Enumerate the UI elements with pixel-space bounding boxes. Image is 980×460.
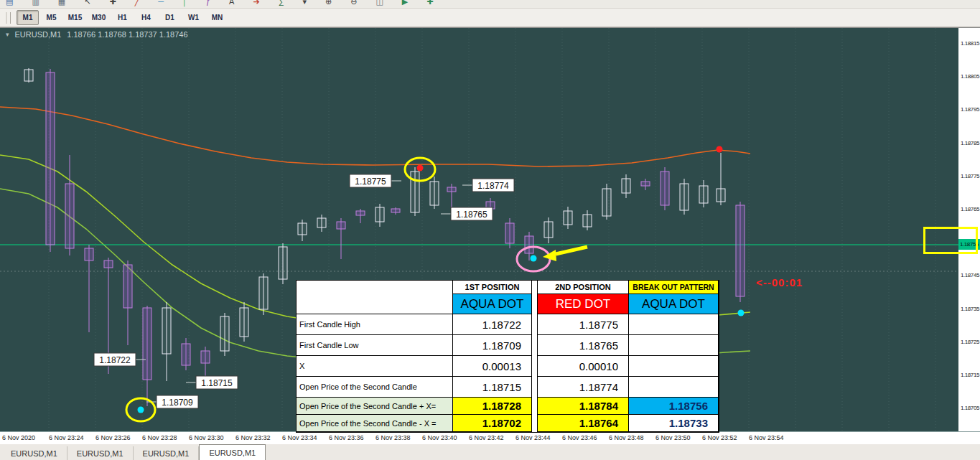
table-cell: 2ND POSITION [538, 281, 629, 294]
chart-tab[interactable]: EURUSD,M1 [67, 446, 134, 460]
text-label-icon[interactable]: A [229, 0, 234, 7]
time-axis-label: 6 Nov 23:26 [95, 434, 131, 441]
timeframes-dropdown-icon[interactable]: ▾ [302, 0, 307, 7]
time-axis-label: 6 Nov 23:50 [655, 434, 691, 441]
price-callout-label: 1.18715 [201, 378, 233, 388]
cursor-icon[interactable]: ↖ [84, 0, 90, 7]
price-axis-label: 1.18805 [961, 73, 979, 80]
chart-ohlc-values: 1.18766 1.18768 1.18737 1.18746 [67, 30, 187, 39]
timeframe-button-mn[interactable]: MN [206, 10, 228, 25]
time-axis-label: 6 Nov 23:40 [422, 434, 457, 441]
chart-dropdown-icon[interactable]: ▾ [6, 31, 9, 38]
timeframe-button-h1[interactable]: H1 [111, 10, 134, 25]
table-cell [629, 314, 719, 335]
chart-ohlc-header: ▾ EURUSD,M1 1.18766 1.18768 1.18737 1.18… [6, 30, 188, 39]
table-cell: First Candle Low [297, 335, 453, 356]
table-cell: X [297, 356, 453, 377]
timeframe-button-m15[interactable]: M15 [64, 10, 86, 25]
profiles-icon[interactable]: ▦ [58, 0, 65, 7]
breakout-highlight-box [923, 227, 978, 254]
tile-windows-icon[interactable]: ◫ [375, 0, 383, 7]
chart-tab[interactable]: EURUSD,M1 [1, 446, 67, 460]
time-axis-label: 6 Nov 23:30 [189, 434, 224, 441]
price-callout-label: 1.18775 [355, 177, 386, 187]
arrow-object-icon[interactable]: ➔ [253, 0, 259, 7]
countdown-annotation: <--00:01 [756, 276, 803, 288]
time-axis-label: 6 Nov 23:36 [329, 434, 364, 441]
table-cell: 0.00010 [538, 356, 629, 377]
price-axis-label: 1.18715 [961, 372, 979, 378]
vertical-line-icon[interactable]: │ [182, 0, 187, 7]
time-axis[interactable]: 6 Nov 20206 Nov 23:246 Nov 23:266 Nov 23… [0, 431, 980, 444]
table-cell: 1.18702 [453, 415, 532, 432]
price-axis-label: 1.18745 [961, 272, 979, 278]
table-cell: 0.00013 [453, 356, 532, 377]
price-axis-label: 1.18795 [961, 106, 979, 113]
fibonacci-icon[interactable]: ƒ [206, 0, 210, 7]
timeframe-button-h4[interactable]: H4 [135, 10, 157, 25]
price-callout-label: 1.18765 [456, 210, 487, 220]
chart-window-icon[interactable]: ▥ [32, 0, 39, 7]
table-cell: Open Price of the Second Candle - X = [297, 415, 453, 432]
table-cell: BREAK OUT PATTERN [629, 281, 719, 294]
table-cell: 1ST POSITION [453, 281, 532, 294]
new-order-icon[interactable]: ▤ [6, 0, 13, 7]
time-axis-label: 6 Nov 23:54 [749, 434, 784, 441]
price-axis-label: 1.18735 [961, 306, 979, 312]
time-axis-label: 6 Nov 23:44 [515, 434, 551, 441]
time-axis-label: 6 Nov 23:48 [609, 434, 644, 441]
price-axis-label: 1.18765 [961, 206, 979, 212]
timeframe-button-m30[interactable]: M30 [88, 10, 110, 25]
table-cell: RED DOT [538, 294, 629, 314]
time-axis-label: 6 Nov 23:24 [49, 434, 84, 441]
table-cell: Open Price of the Second Candle + X= [297, 398, 453, 415]
time-axis-label: 6 Nov 23:38 [375, 434, 411, 441]
chart-tabs-bar: EURUSD,M1EURUSD,M1EURUSD,M1EURUSD,M1 [0, 443, 980, 460]
analysis-table: 1ST POSITION2ND POSITIONBREAK OUT PATTER… [296, 280, 719, 433]
timeframe-button-m1[interactable]: M1 [17, 10, 39, 25]
timeframe-toolbar: M1M5M15M30H1H4D1W1MN [0, 9, 980, 27]
aqua-signal-dot [738, 310, 745, 316]
timeframe-button-w1[interactable]: W1 [182, 10, 205, 25]
crosshair-icon[interactable]: ✚ [109, 0, 116, 7]
zoom-in-icon[interactable]: ⊕ [325, 0, 332, 7]
price-callout-label: 1.18709 [162, 398, 193, 408]
trendline-icon[interactable]: ╱ [135, 0, 140, 7]
table-cell: 1.18756 [629, 398, 719, 415]
add-chart-icon[interactable]: ✚ [426, 0, 433, 7]
pointer-arrow-shaft [556, 247, 587, 254]
chart-tab[interactable]: EURUSD,M1 [199, 444, 266, 460]
table-cell [629, 356, 719, 377]
toolbar-grip[interactable] [6, 12, 11, 24]
table-cell: 1.18709 [453, 335, 532, 356]
table-cell: 1.18764 [538, 415, 629, 432]
price-axis-label: 1.18725 [961, 339, 979, 345]
price-axis-label: 1.18815 [961, 40, 979, 47]
price-axis-label: 1.18705 [961, 405, 979, 411]
price-callout-label: 1.18774 [477, 181, 509, 191]
price-axis-label: 1.18775 [961, 173, 979, 179]
chart-tab[interactable]: EURUSD,M1 [134, 446, 200, 460]
price-axis-label: 1.18785 [961, 140, 979, 146]
table-cell: 1.18784 [538, 398, 629, 415]
chart-symbol-label: EURUSD,M1 [15, 30, 62, 39]
time-axis-label: 6 Nov 23:34 [282, 434, 317, 441]
table-cell: AQUA DOT [629, 294, 719, 314]
table-cell [629, 377, 719, 398]
autotrading-icon[interactable]: ▶ [402, 0, 408, 7]
timeframe-button-m5[interactable]: M5 [40, 10, 62, 25]
time-axis-label: 6 Nov 23:28 [142, 434, 177, 441]
main-toolbar: ▤▥▦↖✚╱─│ƒA➔∑▾⊕⊖◫▶✚ [0, 0, 980, 9]
table-cell [532, 281, 538, 432]
time-axis-label: 6 Nov 2020 [2, 434, 35, 441]
table-cell [297, 281, 453, 314]
table-cell: Open Price of the Second Candle [297, 377, 453, 398]
horizontal-line-icon[interactable]: ─ [158, 0, 164, 7]
indicators-icon[interactable]: ∑ [279, 0, 284, 7]
chart-window[interactable]: 1.187751.187741.187651.187221.187151.187… [0, 27, 980, 443]
table-cell: 1.18722 [453, 314, 532, 335]
price-callout-label: 1.18722 [99, 355, 131, 365]
aqua-signal-dot [138, 407, 144, 413]
timeframe-button-d1[interactable]: D1 [159, 10, 181, 25]
zoom-out-icon[interactable]: ⊖ [350, 0, 357, 7]
